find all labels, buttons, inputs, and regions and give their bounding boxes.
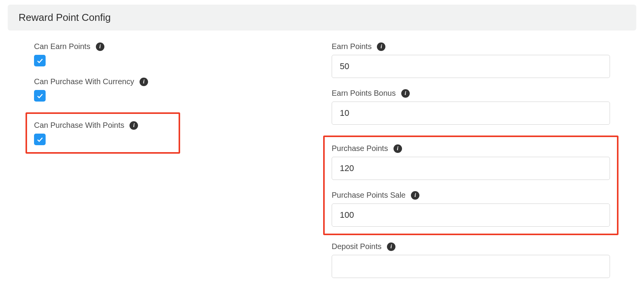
- input-deposit-points[interactable]: [332, 255, 610, 278]
- info-icon[interactable]: i: [411, 191, 419, 200]
- info-icon[interactable]: i: [394, 144, 402, 153]
- info-icon[interactable]: i: [140, 78, 148, 86]
- label-row: Deposit Points i: [332, 242, 610, 251]
- right-column: Earn Points i Earn Points Bonus i Purcha…: [328, 35, 636, 289]
- info-icon[interactable]: i: [129, 121, 138, 130]
- check-icon: [36, 92, 44, 100]
- field-purchase-points-sale: Purchase Points Sale i: [332, 191, 610, 227]
- label-row: Can Earn Points i: [34, 42, 312, 51]
- checkbox-can-earn-points[interactable]: [34, 55, 46, 66]
- field-label: Can Purchase With Points: [34, 121, 124, 130]
- label-row: Can Purchase With Points i: [34, 121, 172, 130]
- checkbox-can-purchase-currency[interactable]: [34, 90, 46, 102]
- field-can-earn-points: Can Earn Points i: [34, 42, 312, 66]
- input-purchase-points[interactable]: [332, 157, 610, 180]
- left-column: Can Earn Points i Can Purchase With Curr…: [8, 35, 328, 289]
- field-can-purchase-points: Can Purchase With Points i: [34, 121, 172, 145]
- panel-title: Reward Point Config: [19, 12, 625, 24]
- field-purchase-points: Purchase Points i: [332, 144, 610, 180]
- field-label: Purchase Points: [332, 144, 388, 153]
- label-row: Purchase Points Sale i: [332, 191, 610, 200]
- field-can-purchase-currency: Can Purchase With Currency i: [34, 77, 312, 102]
- field-label: Can Earn Points: [34, 42, 90, 51]
- check-icon: [36, 57, 44, 64]
- input-purchase-points-sale[interactable]: [332, 203, 610, 227]
- field-label: Earn Points: [332, 42, 371, 51]
- panel-header: Reward Point Config: [8, 5, 636, 31]
- check-icon: [36, 136, 44, 143]
- field-label: Deposit Points: [332, 242, 382, 251]
- input-earn-points-bonus[interactable]: [332, 102, 610, 125]
- label-row: Earn Points Bonus i: [332, 89, 610, 98]
- label-row: Purchase Points i: [332, 144, 610, 153]
- highlight-purchase-points: Purchase Points i Purchase Points Sale i: [323, 136, 618, 235]
- info-icon[interactable]: i: [401, 89, 410, 98]
- content-area: Can Earn Points i Can Purchase With Curr…: [0, 35, 644, 289]
- label-row: Can Purchase With Currency i: [34, 77, 312, 86]
- info-icon[interactable]: i: [96, 42, 104, 51]
- info-icon[interactable]: i: [377, 42, 385, 51]
- field-label: Earn Points Bonus: [332, 89, 396, 98]
- input-earn-points[interactable]: [332, 55, 610, 78]
- field-earn-points: Earn Points i: [332, 42, 610, 78]
- field-deposit-points: Deposit Points i: [332, 242, 610, 278]
- field-label: Purchase Points Sale: [332, 191, 405, 200]
- info-icon[interactable]: i: [387, 242, 395, 251]
- label-row: Earn Points i: [332, 42, 610, 51]
- checkbox-can-purchase-points[interactable]: [34, 134, 46, 145]
- field-earn-points-bonus: Earn Points Bonus i: [332, 89, 610, 125]
- highlight-can-purchase-points: Can Purchase With Points i: [26, 112, 180, 154]
- field-label: Can Purchase With Currency: [34, 77, 134, 86]
